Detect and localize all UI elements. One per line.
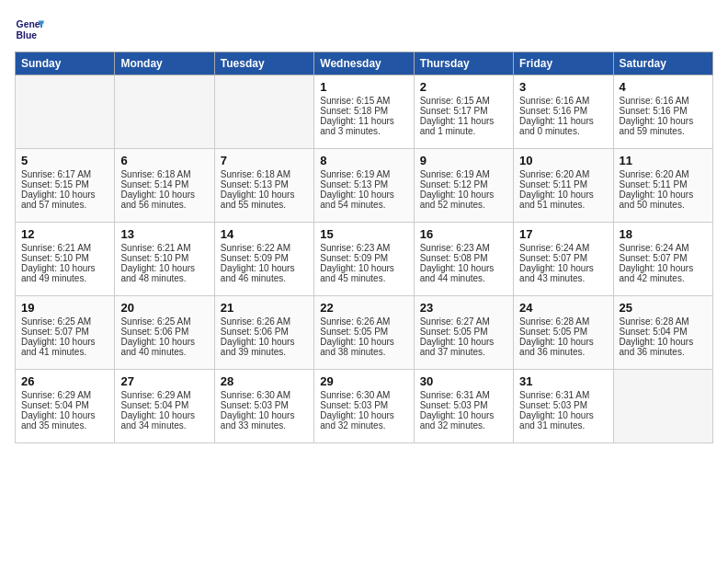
- calendar-cell: 21Sunrise: 6:26 AMSunset: 5:06 PMDayligh…: [214, 296, 313, 370]
- day-info: Daylight: 10 hours and 36 minutes.: [620, 337, 707, 357]
- day-info: Sunset: 5:18 PM: [320, 106, 407, 116]
- calendar-cell: 28Sunrise: 6:30 AMSunset: 5:03 PMDayligh…: [214, 370, 313, 443]
- day-info: Sunset: 5:06 PM: [120, 327, 208, 337]
- day-number: 26: [21, 374, 108, 388]
- day-info: Sunset: 5:07 PM: [21, 327, 108, 337]
- day-info: Daylight: 10 hours and 31 minutes.: [519, 410, 607, 431]
- day-info: Daylight: 10 hours and 56 minutes.: [120, 190, 208, 210]
- calendar-week-3: 12Sunrise: 6:21 AMSunset: 5:10 PMDayligh…: [16, 223, 713, 296]
- day-info: Sunrise: 6:28 AM: [620, 316, 707, 327]
- calendar-cell: 30Sunrise: 6:31 AMSunset: 5:03 PMDayligh…: [414, 370, 513, 443]
- page-header: General Blue: [15, 15, 713, 44]
- calendar-cell: 24Sunrise: 6:28 AMSunset: 5:05 PMDayligh…: [514, 296, 613, 370]
- day-info: Daylight: 10 hours and 42 minutes.: [620, 263, 707, 283]
- day-info: Sunrise: 6:18 AM: [120, 169, 208, 179]
- day-info: Daylight: 10 hours and 49 minutes.: [21, 263, 108, 283]
- day-info: Sunrise: 6:30 AM: [221, 390, 308, 400]
- calendar-cell: 19Sunrise: 6:25 AMSunset: 5:07 PMDayligh…: [16, 296, 115, 370]
- day-info: Sunrise: 6:19 AM: [420, 169, 507, 179]
- day-info: Daylight: 11 hours and 3 minutes.: [320, 116, 407, 136]
- calendar-week-2: 5Sunrise: 6:17 AMSunset: 5:15 PMDaylight…: [16, 149, 713, 223]
- calendar-week-4: 19Sunrise: 6:25 AMSunset: 5:07 PMDayligh…: [16, 296, 713, 370]
- calendar-cell: 18Sunrise: 6:24 AMSunset: 5:07 PMDayligh…: [613, 223, 712, 296]
- day-info: Daylight: 10 hours and 32 minutes.: [320, 410, 407, 431]
- day-number: 3: [519, 80, 607, 94]
- day-info: Sunrise: 6:25 AM: [120, 316, 208, 327]
- calendar-cell: 8Sunrise: 6:19 AMSunset: 5:13 PMDaylight…: [314, 149, 414, 223]
- col-header-tuesday: Tuesday: [214, 52, 313, 75]
- day-info: Sunrise: 6:20 AM: [519, 169, 607, 179]
- day-info: Daylight: 10 hours and 39 minutes.: [221, 337, 308, 357]
- day-info: Sunset: 5:04 PM: [21, 400, 108, 410]
- day-info: Sunrise: 6:26 AM: [221, 316, 308, 327]
- day-number: 20: [120, 301, 208, 315]
- day-info: Sunset: 5:11 PM: [519, 179, 607, 190]
- day-info: Sunrise: 6:23 AM: [320, 243, 407, 253]
- day-info: Daylight: 10 hours and 44 minutes.: [420, 263, 507, 283]
- day-number: 11: [620, 154, 707, 167]
- calendar-cell: [613, 370, 712, 443]
- day-info: Sunrise: 6:16 AM: [519, 96, 607, 106]
- calendar-cell: 20Sunrise: 6:25 AMSunset: 5:06 PMDayligh…: [115, 296, 214, 370]
- calendar-cell: [115, 75, 214, 149]
- day-number: 22: [320, 301, 407, 315]
- day-info: Daylight: 10 hours and 32 minutes.: [420, 410, 507, 431]
- day-info: Sunset: 5:15 PM: [21, 179, 108, 190]
- day-info: Sunrise: 6:21 AM: [21, 243, 108, 253]
- calendar-cell: 2Sunrise: 6:15 AMSunset: 5:17 PMDaylight…: [414, 75, 513, 149]
- day-number: 28: [221, 374, 308, 388]
- day-info: Daylight: 10 hours and 48 minutes.: [120, 263, 208, 283]
- day-number: 30: [420, 374, 507, 388]
- day-info: Daylight: 10 hours and 43 minutes.: [519, 263, 607, 283]
- calendar-cell: 27Sunrise: 6:29 AMSunset: 5:04 PMDayligh…: [115, 370, 214, 443]
- day-info: Sunrise: 6:21 AM: [120, 243, 208, 253]
- day-info: Sunset: 5:10 PM: [120, 253, 208, 263]
- day-info: Daylight: 11 hours and 0 minutes.: [519, 116, 607, 136]
- day-info: Daylight: 10 hours and 45 minutes.: [320, 263, 407, 283]
- day-info: Daylight: 10 hours and 33 minutes.: [221, 410, 308, 431]
- day-number: 9: [420, 154, 507, 167]
- day-info: Sunset: 5:13 PM: [320, 179, 407, 190]
- logo-icon: General Blue: [15, 15, 44, 44]
- col-header-thursday: Thursday: [414, 52, 513, 75]
- day-number: 2: [420, 80, 507, 94]
- day-info: Sunset: 5:07 PM: [519, 253, 607, 263]
- day-info: Sunset: 5:04 PM: [120, 400, 208, 410]
- day-number: 14: [221, 227, 308, 241]
- calendar-cell: 3Sunrise: 6:16 AMSunset: 5:16 PMDaylight…: [514, 75, 613, 149]
- day-info: Daylight: 10 hours and 36 minutes.: [519, 337, 607, 357]
- day-info: Sunset: 5:03 PM: [221, 400, 308, 410]
- day-number: 31: [519, 374, 607, 388]
- day-number: 24: [519, 301, 607, 315]
- day-info: Sunrise: 6:29 AM: [120, 390, 208, 400]
- calendar-cell: 17Sunrise: 6:24 AMSunset: 5:07 PMDayligh…: [514, 223, 613, 296]
- day-info: Sunset: 5:06 PM: [221, 327, 308, 337]
- day-info: Daylight: 10 hours and 41 minutes.: [21, 337, 108, 357]
- day-info: Daylight: 10 hours and 52 minutes.: [420, 190, 507, 210]
- day-number: 4: [620, 80, 707, 94]
- day-info: Daylight: 10 hours and 54 minutes.: [320, 190, 407, 210]
- day-info: Sunrise: 6:28 AM: [519, 316, 607, 327]
- day-number: 10: [519, 154, 607, 167]
- day-info: Sunset: 5:05 PM: [320, 327, 407, 337]
- calendar-cell: 5Sunrise: 6:17 AMSunset: 5:15 PMDaylight…: [16, 149, 115, 223]
- day-info: Sunrise: 6:17 AM: [21, 169, 108, 179]
- day-info: Daylight: 10 hours and 35 minutes.: [21, 410, 108, 431]
- day-info: Daylight: 10 hours and 59 minutes.: [620, 116, 707, 136]
- calendar-cell: 4Sunrise: 6:16 AMSunset: 5:16 PMDaylight…: [613, 75, 712, 149]
- day-info: Daylight: 10 hours and 40 minutes.: [120, 337, 208, 357]
- calendar-week-1: 1Sunrise: 6:15 AMSunset: 5:18 PMDaylight…: [16, 75, 713, 149]
- day-number: 18: [620, 227, 707, 241]
- day-info: Daylight: 10 hours and 51 minutes.: [519, 190, 607, 210]
- day-info: Sunset: 5:05 PM: [519, 327, 607, 337]
- day-info: Sunset: 5:11 PM: [620, 179, 707, 190]
- day-number: 23: [420, 301, 507, 315]
- day-number: 17: [519, 227, 607, 241]
- calendar-cell: 29Sunrise: 6:30 AMSunset: 5:03 PMDayligh…: [314, 370, 414, 443]
- day-info: Sunrise: 6:24 AM: [519, 243, 607, 253]
- calendar-cell: 12Sunrise: 6:21 AMSunset: 5:10 PMDayligh…: [16, 223, 115, 296]
- day-number: 16: [420, 227, 507, 241]
- day-number: 12: [21, 227, 108, 241]
- day-info: Sunset: 5:07 PM: [620, 253, 707, 263]
- col-header-wednesday: Wednesday: [314, 52, 414, 75]
